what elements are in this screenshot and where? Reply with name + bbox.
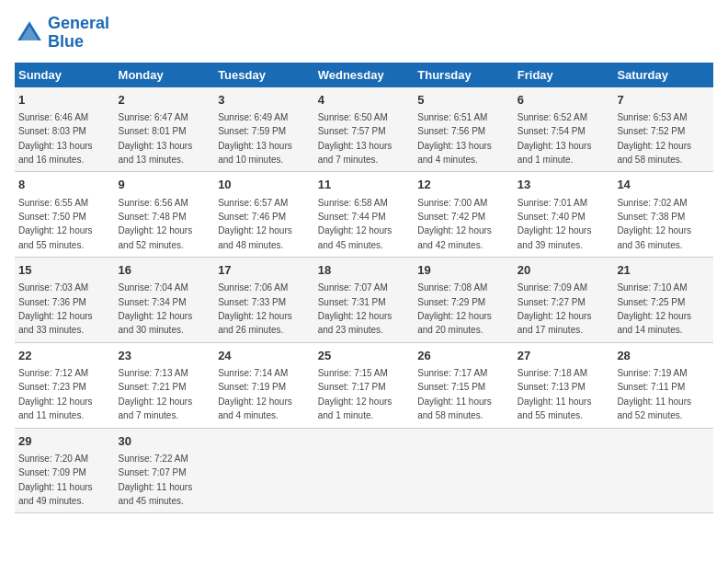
day-number: 23 bbox=[119, 348, 211, 364]
day-number: 14 bbox=[617, 177, 710, 193]
week-row-5: 29Sunrise: 7:20 AM Sunset: 7:09 PM Dayli… bbox=[15, 428, 713, 513]
day-number: 27 bbox=[518, 348, 610, 364]
day-cell: 6Sunrise: 6:52 AM Sunset: 7:54 PM Daylig… bbox=[514, 87, 614, 172]
day-number: 28 bbox=[617, 348, 710, 364]
day-cell: 8Sunrise: 6:55 AM Sunset: 7:50 PM Daylig… bbox=[15, 172, 115, 258]
day-number: 15 bbox=[18, 262, 111, 279]
day-number: 1 bbox=[18, 92, 111, 109]
day-cell: 17Sunrise: 7:06 AM Sunset: 7:33 PM Dayli… bbox=[214, 258, 314, 343]
day-number: 29 bbox=[18, 433, 111, 450]
day-cell: 16Sunrise: 7:04 AM Sunset: 7:34 PM Dayli… bbox=[115, 258, 215, 343]
day-cell: 15Sunrise: 7:03 AM Sunset: 7:36 PM Dayli… bbox=[15, 258, 115, 343]
day-info: Sunrise: 7:03 AM Sunset: 7:36 PM Dayligh… bbox=[18, 282, 93, 335]
day-info: Sunrise: 6:56 AM Sunset: 7:48 PM Dayligh… bbox=[119, 198, 193, 250]
day-info: Sunrise: 7:15 AM Sunset: 7:17 PM Dayligh… bbox=[318, 368, 392, 420]
day-cell: 24Sunrise: 7:14 AM Sunset: 7:19 PM Dayli… bbox=[214, 342, 314, 428]
day-info: Sunrise: 6:46 AM Sunset: 8:03 PM Dayligh… bbox=[18, 112, 93, 165]
day-number: 21 bbox=[617, 262, 710, 279]
day-cell: 21Sunrise: 7:10 AM Sunset: 7:25 PM Dayli… bbox=[613, 258, 713, 343]
day-number: 5 bbox=[417, 92, 510, 109]
day-number: 13 bbox=[518, 177, 610, 193]
day-number: 7 bbox=[617, 92, 710, 109]
day-info: Sunrise: 7:13 AM Sunset: 7:21 PM Dayligh… bbox=[119, 368, 193, 420]
day-cell: 10Sunrise: 6:57 AM Sunset: 7:46 PM Dayli… bbox=[214, 172, 314, 258]
day-number: 2 bbox=[119, 92, 211, 109]
day-info: Sunrise: 6:55 AM Sunset: 7:50 PM Dayligh… bbox=[18, 198, 93, 250]
day-info: Sunrise: 7:10 AM Sunset: 7:25 PM Dayligh… bbox=[617, 282, 691, 335]
day-cell: 9Sunrise: 6:56 AM Sunset: 7:48 PM Daylig… bbox=[115, 172, 215, 258]
day-info: Sunrise: 6:53 AM Sunset: 7:52 PM Dayligh… bbox=[617, 112, 691, 165]
day-number: 9 bbox=[119, 177, 211, 193]
day-cell bbox=[214, 428, 314, 513]
day-cell: 5Sunrise: 6:51 AM Sunset: 7:56 PM Daylig… bbox=[414, 87, 514, 172]
day-info: Sunrise: 6:58 AM Sunset: 7:44 PM Dayligh… bbox=[318, 198, 392, 250]
header-row: SundayMondayTuesdayWednesdayThursdayFrid… bbox=[15, 63, 713, 87]
page-header: General Blue bbox=[15, 15, 713, 52]
day-cell: 20Sunrise: 7:09 AM Sunset: 7:27 PM Dayli… bbox=[514, 258, 614, 343]
day-cell: 25Sunrise: 7:15 AM Sunset: 7:17 PM Dayli… bbox=[314, 342, 415, 428]
day-cell: 11Sunrise: 6:58 AM Sunset: 7:44 PM Dayli… bbox=[314, 172, 415, 258]
day-cell: 22Sunrise: 7:12 AM Sunset: 7:23 PM Dayli… bbox=[15, 342, 115, 428]
day-cell: 2Sunrise: 6:47 AM Sunset: 8:01 PM Daylig… bbox=[115, 87, 215, 172]
day-number: 19 bbox=[417, 262, 510, 279]
day-info: Sunrise: 7:12 AM Sunset: 7:23 PM Dayligh… bbox=[18, 368, 93, 420]
day-info: Sunrise: 7:04 AM Sunset: 7:34 PM Dayligh… bbox=[119, 282, 193, 335]
day-number: 10 bbox=[218, 177, 311, 193]
day-cell: 7Sunrise: 6:53 AM Sunset: 7:52 PM Daylig… bbox=[613, 87, 713, 172]
header-wednesday: Wednesday bbox=[314, 63, 415, 87]
day-info: Sunrise: 7:02 AM Sunset: 7:38 PM Dayligh… bbox=[617, 198, 691, 250]
day-info: Sunrise: 6:50 AM Sunset: 7:57 PM Dayligh… bbox=[318, 112, 392, 165]
day-info: Sunrise: 7:20 AM Sunset: 7:09 PM Dayligh… bbox=[18, 454, 93, 506]
day-info: Sunrise: 7:07 AM Sunset: 7:31 PM Dayligh… bbox=[318, 282, 392, 335]
day-info: Sunrise: 7:08 AM Sunset: 7:29 PM Dayligh… bbox=[417, 282, 492, 335]
day-info: Sunrise: 7:14 AM Sunset: 7:19 PM Dayligh… bbox=[218, 368, 292, 420]
day-info: Sunrise: 7:18 AM Sunset: 7:13 PM Dayligh… bbox=[518, 368, 592, 420]
day-number: 30 bbox=[119, 433, 211, 450]
logo-icon bbox=[15, 18, 44, 48]
header-tuesday: Tuesday bbox=[214, 63, 314, 87]
day-number: 22 bbox=[18, 348, 111, 364]
header-saturday: Saturday bbox=[613, 63, 713, 87]
day-number: 25 bbox=[318, 348, 411, 364]
day-info: Sunrise: 6:57 AM Sunset: 7:46 PM Dayligh… bbox=[218, 198, 292, 250]
day-number: 17 bbox=[218, 262, 311, 279]
day-cell: 12Sunrise: 7:00 AM Sunset: 7:42 PM Dayli… bbox=[414, 172, 514, 258]
day-number: 26 bbox=[417, 348, 510, 364]
day-number: 4 bbox=[318, 92, 411, 109]
day-info: Sunrise: 6:51 AM Sunset: 7:56 PM Dayligh… bbox=[417, 112, 492, 165]
day-cell: 26Sunrise: 7:17 AM Sunset: 7:15 PM Dayli… bbox=[414, 342, 514, 428]
day-cell bbox=[314, 428, 415, 513]
day-number: 3 bbox=[218, 92, 311, 109]
day-cell bbox=[414, 428, 514, 513]
header-monday: Monday bbox=[115, 63, 215, 87]
day-info: Sunrise: 6:52 AM Sunset: 7:54 PM Dayligh… bbox=[518, 112, 592, 165]
day-cell: 23Sunrise: 7:13 AM Sunset: 7:21 PM Dayli… bbox=[115, 342, 215, 428]
day-info: Sunrise: 6:47 AM Sunset: 8:01 PM Dayligh… bbox=[119, 112, 193, 165]
week-row-4: 22Sunrise: 7:12 AM Sunset: 7:23 PM Dayli… bbox=[15, 342, 713, 428]
week-row-3: 15Sunrise: 7:03 AM Sunset: 7:36 PM Dayli… bbox=[15, 258, 713, 343]
day-number: 12 bbox=[417, 177, 510, 193]
day-info: Sunrise: 7:19 AM Sunset: 7:11 PM Dayligh… bbox=[617, 368, 691, 420]
week-row-1: 1Sunrise: 6:46 AM Sunset: 8:03 PM Daylig… bbox=[15, 87, 713, 172]
day-info: Sunrise: 7:09 AM Sunset: 7:27 PM Dayligh… bbox=[518, 282, 592, 335]
day-number: 24 bbox=[218, 348, 311, 364]
day-info: Sunrise: 6:49 AM Sunset: 7:59 PM Dayligh… bbox=[218, 112, 292, 165]
day-info: Sunrise: 7:00 AM Sunset: 7:42 PM Dayligh… bbox=[417, 198, 492, 250]
day-cell: 18Sunrise: 7:07 AM Sunset: 7:31 PM Dayli… bbox=[314, 258, 415, 343]
day-cell: 13Sunrise: 7:01 AM Sunset: 7:40 PM Dayli… bbox=[514, 172, 614, 258]
day-number: 8 bbox=[18, 177, 111, 193]
day-cell: 19Sunrise: 7:08 AM Sunset: 7:29 PM Dayli… bbox=[414, 258, 514, 343]
header-sunday: Sunday bbox=[15, 63, 115, 87]
day-number: 18 bbox=[318, 262, 411, 279]
header-thursday: Thursday bbox=[414, 63, 514, 87]
logo: General Blue bbox=[15, 15, 109, 52]
day-info: Sunrise: 7:06 AM Sunset: 7:33 PM Dayligh… bbox=[218, 282, 292, 335]
day-cell bbox=[514, 428, 614, 513]
day-cell: 4Sunrise: 6:50 AM Sunset: 7:57 PM Daylig… bbox=[314, 87, 415, 172]
calendar-table: SundayMondayTuesdayWednesdayThursdayFrid… bbox=[15, 63, 713, 514]
day-cell bbox=[613, 428, 713, 513]
day-cell: 29Sunrise: 7:20 AM Sunset: 7:09 PM Dayli… bbox=[15, 428, 115, 513]
day-cell: 1Sunrise: 6:46 AM Sunset: 8:03 PM Daylig… bbox=[15, 87, 115, 172]
day-number: 20 bbox=[518, 262, 610, 279]
day-number: 6 bbox=[518, 92, 610, 109]
